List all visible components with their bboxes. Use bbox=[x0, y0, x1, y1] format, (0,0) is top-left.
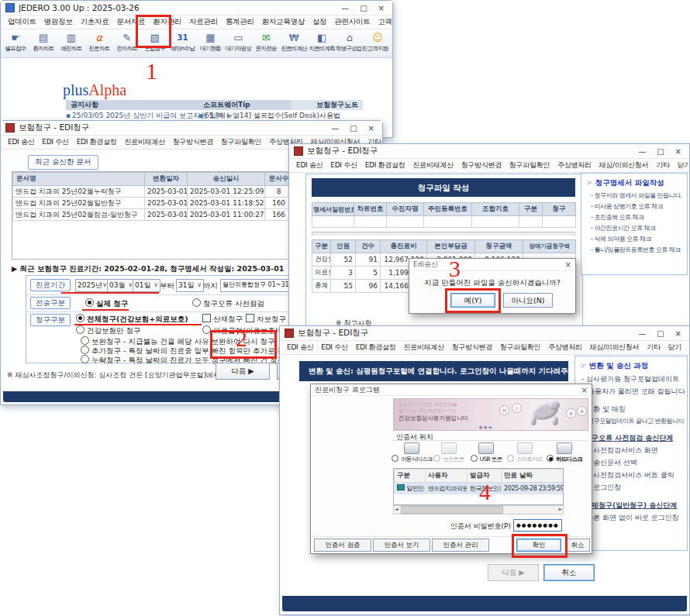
close-icon[interactable]: × bbox=[565, 260, 571, 269]
month-select[interactable]: 03월∨ bbox=[107, 279, 135, 292]
maximize-icon[interactable]: □ bbox=[657, 147, 664, 156]
recent-docs-tab[interactable]: 최근 송신한 문서 bbox=[28, 155, 98, 170]
toolbar-button-self-checkin[interactable]: ☛셀프접수 bbox=[2, 30, 29, 57]
edi-menu-item[interactable]: 청구파일확인 bbox=[507, 160, 552, 171]
next-button-disabled[interactable]: 다음 ▶ bbox=[488, 564, 539, 581]
edi-menu-item[interactable]: EDI 수신 bbox=[319, 342, 350, 353]
edi-menu-item[interactable]: 청구방식변경 bbox=[450, 342, 495, 353]
main-menu-item[interactable]: 환자교육영상 bbox=[260, 16, 307, 28]
toolbar-button-customer-support[interactable]: ☺고객지원 bbox=[364, 30, 392, 57]
edi-menu-item[interactable]: EDI 송신 bbox=[5, 136, 36, 148]
precheck-radio[interactable]: 청구오류 사전점검 bbox=[192, 298, 264, 309]
main-menu-item[interactable]: 자료관리 bbox=[187, 16, 220, 28]
toolbar-button-waiting-display[interactable]: ▭대기자영상 bbox=[224, 30, 252, 57]
jabo-checkbox[interactable]: 자보청구 bbox=[246, 314, 286, 325]
all-claim-radio[interactable]: 전체청구(건강보험+의료보호) bbox=[76, 314, 188, 325]
next-button[interactable]: 다음 ▶ bbox=[216, 363, 270, 380]
close-icon[interactable]: × bbox=[581, 386, 588, 394]
cert-table-hscrollbar[interactable]: ◄ ► bbox=[393, 505, 564, 514]
edi-menu-item[interactable]: 기타 bbox=[654, 160, 671, 171]
toolbar-button-insurance-claim[interactable]: ▧보험청구 bbox=[141, 30, 169, 57]
main-menu-item[interactable]: 병원정보 bbox=[42, 16, 75, 28]
main-menu-item[interactable]: 업데이트 bbox=[5, 16, 39, 28]
day-from-select[interactable]: 01일∨ bbox=[133, 279, 160, 292]
edi-menu-item[interactable]: EDI 환경설정 bbox=[354, 342, 398, 353]
main-menu-item[interactable]: 관련사이트 bbox=[332, 16, 372, 28]
minimize-icon[interactable]: — bbox=[341, 4, 349, 12]
edi-menu-item[interactable]: 청구방식변경 bbox=[171, 136, 216, 148]
toolbar-button-student-dental-exam[interactable]: ⌂학생구강검진 bbox=[336, 30, 364, 57]
close-icon[interactable]: × bbox=[368, 124, 374, 132]
main-menu-item[interactable]: 환자관리 bbox=[150, 16, 184, 28]
yes-button[interactable]: 예(Y) bbox=[450, 293, 495, 308]
toolbar-button-electronic-chart[interactable]: ✎전자차트 bbox=[113, 30, 141, 57]
toolbar-button-treatment-plan[interactable]: ◧치료비계획 bbox=[308, 30, 336, 57]
toolbar-button-preexam-chart[interactable]: ▥예진차트 bbox=[57, 30, 85, 57]
location-removable-disk[interactable]: 이동식디스크 bbox=[392, 442, 431, 467]
toolbar-button-sms-send[interactable]: ✉문자전송 bbox=[252, 30, 280, 57]
location-hard-disk[interactable]: 하드디스크 bbox=[544, 442, 585, 467]
edi-menu-item[interactable]: 주상병처리 bbox=[555, 160, 594, 171]
minimize-icon[interactable]: — bbox=[331, 124, 339, 132]
real-claim-radio[interactable]: 실제 청구 bbox=[85, 298, 128, 309]
year-select[interactable]: 2025년∨ bbox=[75, 279, 109, 292]
edi-menu-item[interactable]: 진료비재계산 bbox=[410, 160, 455, 171]
edi-menu-item[interactable]: EDI 환경설정 bbox=[363, 160, 408, 171]
no-button[interactable]: 아니요(N) bbox=[503, 293, 553, 308]
window2-titlebar: 보험청구 - EDI청구 — □ × bbox=[289, 144, 689, 159]
radio-icon bbox=[81, 355, 89, 363]
sanjae-checkbox[interactable]: 산재청구 bbox=[202, 314, 243, 325]
minimize-icon[interactable]: — bbox=[638, 329, 646, 338]
main-menu-item[interactable]: 통계관리 bbox=[223, 16, 257, 28]
edi-menu-item[interactable]: 재심/이의신청서 bbox=[588, 342, 642, 353]
edi-menu-item[interactable]: 청구파일확인 bbox=[498, 342, 543, 353]
scroll-right-icon[interactable]: ► bbox=[558, 506, 562, 512]
edi-menu-item[interactable]: EDI 수신 bbox=[40, 136, 71, 148]
edi-menu-item[interactable]: EDI 송신 bbox=[285, 342, 316, 353]
hira-banner: 건강하고 안전한 의료문화를 열어가는 국민의료평가기관 건강보험심사평가원입니… bbox=[393, 398, 588, 431]
main-menu-item[interactable]: 문서자료 bbox=[114, 16, 147, 28]
close-icon[interactable]: × bbox=[378, 4, 385, 12]
cert-view-button[interactable]: 인증서 보기 bbox=[373, 539, 430, 552]
edi-menu-item[interactable]: EDI 수신 bbox=[328, 160, 359, 171]
edi-menu-item[interactable]: 주상병처리 bbox=[546, 342, 585, 353]
edi-menu-item[interactable]: EDI 환경설정 bbox=[74, 136, 119, 148]
cancel-button[interactable]: 취소 bbox=[565, 539, 590, 552]
edi-menu-item[interactable]: 청구방식변경 bbox=[459, 160, 504, 171]
edi-menu-item[interactable]: 진료비재계산 bbox=[122, 136, 167, 148]
toolbar-button-reservation-payment[interactable]: 31예약n수납 bbox=[169, 30, 197, 57]
cert-verify-button[interactable]: 인증서 검증 bbox=[314, 539, 371, 552]
cert-manage-button[interactable]: 인증서 관리 bbox=[432, 539, 489, 552]
edi-menu-item[interactable]: 닫기 bbox=[675, 160, 689, 171]
close-icon[interactable]: × bbox=[675, 329, 681, 338]
main-menu-item[interactable]: 기초자료 bbox=[78, 16, 112, 28]
health-only-radio[interactable]: 건강보험만 청구 bbox=[76, 325, 141, 336]
toolbar-button-fee-calculator[interactable]: ₩진료비계산 bbox=[280, 30, 308, 57]
minimize-icon[interactable]: — bbox=[638, 147, 646, 156]
location-smart-card[interactable]: 스마트카드 bbox=[505, 442, 544, 467]
edi-menu-item[interactable]: EDI 송신 bbox=[294, 160, 325, 171]
cancel-button[interactable]: 취소 bbox=[543, 564, 595, 581]
main-menu-item[interactable]: 설정 bbox=[310, 16, 329, 28]
toolbar-button-waiting-status[interactable]: ▦대기현황 bbox=[196, 30, 224, 57]
edi-menu-item[interactable]: 청구파일확인 bbox=[219, 136, 264, 148]
password-field[interactable]: ●●●●●●●● bbox=[513, 519, 562, 532]
main-menu-item[interactable]: 고객센터 bbox=[375, 16, 392, 28]
maximize-icon[interactable]: □ bbox=[360, 4, 367, 12]
banner-pagination-dots[interactable]: ● ● ▬ bbox=[479, 425, 492, 429]
edi-menu-item[interactable]: 재심/이의신청서 bbox=[597, 160, 651, 171]
maximize-icon[interactable]: □ bbox=[350, 124, 357, 132]
ok-button[interactable]: 확인 bbox=[516, 539, 561, 552]
maximize-icon[interactable]: □ bbox=[657, 329, 664, 338]
edi-menu-item[interactable]: 기타 bbox=[644, 342, 662, 353]
toolbar-button-patient-chart[interactable]: ▤환자차트 bbox=[29, 30, 57, 57]
edi-menu-item[interactable]: 닫기 bbox=[666, 342, 684, 353]
scroll-left-icon[interactable]: ◄ bbox=[395, 506, 398, 512]
location-usb-token[interactable]: USB 토큰 bbox=[467, 442, 505, 467]
close-icon[interactable]: × bbox=[675, 147, 681, 156]
edi-menu-item[interactable]: 진료비재계산 bbox=[401, 342, 446, 353]
scroll-thumb[interactable] bbox=[401, 506, 503, 514]
toolbar-button-treatment-chart[interactable]: α진료차트 bbox=[85, 30, 113, 57]
day-to-select[interactable]: 31일∨ bbox=[176, 279, 204, 292]
location-security-token[interactable]: 보안토큰 bbox=[431, 442, 467, 467]
